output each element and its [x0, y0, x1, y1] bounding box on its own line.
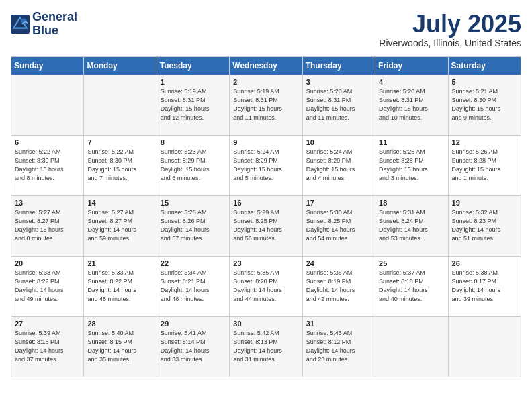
day-number: 26 [452, 259, 517, 267]
calendar-cell: 11Sunrise: 5:25 AM Sunset: 8:28 PM Dayli… [375, 135, 448, 195]
day-detail: Sunrise: 5:35 AM Sunset: 8:20 PM Dayligh… [233, 269, 298, 304]
calendar-cell: 1Sunrise: 5:19 AM Sunset: 8:31 PM Daylig… [157, 75, 229, 135]
day-detail: Sunrise: 5:33 AM Sunset: 8:22 PM Dayligh… [15, 269, 80, 304]
calendar-cell: 15Sunrise: 5:28 AM Sunset: 8:26 PM Dayli… [157, 195, 229, 256]
day-number: 4 [379, 78, 444, 86]
day-detail: Sunrise: 5:24 AM Sunset: 8:29 PM Dayligh… [233, 148, 298, 183]
day-number: 12 [452, 138, 517, 146]
day-number: 3 [306, 78, 371, 86]
calendar-cell: 9Sunrise: 5:24 AM Sunset: 8:29 PM Daylig… [230, 135, 302, 195]
day-detail: Sunrise: 5:20 AM Sunset: 8:31 PM Dayligh… [306, 87, 371, 122]
calendar-week-row: 13Sunrise: 5:27 AM Sunset: 8:27 PM Dayli… [11, 195, 521, 256]
day-detail: Sunrise: 5:42 AM Sunset: 8:13 PM Dayligh… [233, 329, 298, 364]
logo-icon [11, 15, 30, 34]
calendar-cell: 10Sunrise: 5:24 AM Sunset: 8:29 PM Dayli… [302, 135, 375, 195]
calendar-cell: 21Sunrise: 5:33 AM Sunset: 8:22 PM Dayli… [84, 256, 157, 316]
day-detail: Sunrise: 5:20 AM Sunset: 8:31 PM Dayligh… [379, 87, 444, 122]
day-detail: Sunrise: 5:28 AM Sunset: 8:26 PM Dayligh… [161, 208, 226, 243]
calendar-cell: 28Sunrise: 5:40 AM Sunset: 8:15 PM Dayli… [84, 316, 157, 377]
day-number: 24 [306, 259, 371, 267]
calendar-cell [11, 75, 84, 135]
calendar-cell: 18Sunrise: 5:31 AM Sunset: 8:24 PM Dayli… [375, 195, 448, 256]
day-number: 5 [452, 78, 517, 86]
calendar-table: SundayMondayTuesdayWednesdayThursdayFrid… [11, 56, 521, 377]
day-detail: Sunrise: 5:39 AM Sunset: 8:16 PM Dayligh… [15, 329, 80, 364]
day-detail: Sunrise: 5:23 AM Sunset: 8:29 PM Dayligh… [161, 148, 226, 183]
day-number: 2 [233, 78, 298, 86]
calendar-cell: 12Sunrise: 5:26 AM Sunset: 8:28 PM Dayli… [448, 135, 521, 195]
day-number: 19 [452, 199, 517, 207]
day-detail: Sunrise: 5:21 AM Sunset: 8:30 PM Dayligh… [452, 87, 517, 122]
calendar-week-row: 1Sunrise: 5:19 AM Sunset: 8:31 PM Daylig… [11, 75, 521, 135]
calendar-cell: 24Sunrise: 5:36 AM Sunset: 8:19 PM Dayli… [302, 256, 375, 316]
calendar-cell: 30Sunrise: 5:42 AM Sunset: 8:13 PM Dayli… [230, 316, 302, 377]
day-detail: Sunrise: 5:32 AM Sunset: 8:23 PM Dayligh… [452, 208, 517, 243]
calendar-cell: 17Sunrise: 5:30 AM Sunset: 8:25 PM Dayli… [302, 195, 375, 256]
calendar-cell: 3Sunrise: 5:20 AM Sunset: 8:31 PM Daylig… [302, 75, 375, 135]
day-number: 6 [15, 138, 80, 146]
day-detail: Sunrise: 5:27 AM Sunset: 8:27 PM Dayligh… [87, 208, 152, 243]
day-detail: Sunrise: 5:30 AM Sunset: 8:25 PM Dayligh… [306, 208, 371, 243]
day-detail: Sunrise: 5:26 AM Sunset: 8:28 PM Dayligh… [452, 148, 517, 183]
calendar-cell: 26Sunrise: 5:38 AM Sunset: 8:17 PM Dayli… [448, 256, 521, 316]
day-detail: Sunrise: 5:43 AM Sunset: 8:12 PM Dayligh… [306, 329, 371, 364]
calendar-cell: 4Sunrise: 5:20 AM Sunset: 8:31 PM Daylig… [375, 75, 448, 135]
location: Riverwoods, Illinois, United States [379, 38, 521, 48]
day-of-week-header: Tuesday [157, 56, 229, 75]
day-number: 22 [161, 259, 226, 267]
day-detail: Sunrise: 5:27 AM Sunset: 8:27 PM Dayligh… [15, 208, 80, 243]
calendar-week-row: 27Sunrise: 5:39 AM Sunset: 8:16 PM Dayli… [11, 316, 521, 377]
day-detail: Sunrise: 5:37 AM Sunset: 8:18 PM Dayligh… [379, 269, 444, 304]
day-detail: Sunrise: 5:19 AM Sunset: 8:31 PM Dayligh… [161, 87, 226, 122]
day-number: 10 [306, 138, 371, 146]
day-number: 14 [87, 199, 152, 207]
calendar-cell: 2Sunrise: 5:19 AM Sunset: 8:31 PM Daylig… [230, 75, 302, 135]
logo: General Blue [11, 11, 77, 38]
calendar-cell: 14Sunrise: 5:27 AM Sunset: 8:27 PM Dayli… [84, 195, 157, 256]
day-detail: Sunrise: 5:29 AM Sunset: 8:25 PM Dayligh… [233, 208, 298, 243]
day-number: 8 [161, 138, 226, 146]
logo-text: General Blue [32, 11, 77, 38]
day-number: 9 [233, 138, 298, 146]
day-number: 7 [87, 138, 152, 146]
day-number: 29 [161, 320, 226, 328]
calendar-cell: 31Sunrise: 5:43 AM Sunset: 8:12 PM Dayli… [302, 316, 375, 377]
day-detail: Sunrise: 5:22 AM Sunset: 8:30 PM Dayligh… [87, 148, 152, 183]
calendar-cell: 22Sunrise: 5:34 AM Sunset: 8:21 PM Dayli… [157, 256, 229, 316]
calendar-cell: 5Sunrise: 5:21 AM Sunset: 8:30 PM Daylig… [448, 75, 521, 135]
day-number: 25 [379, 259, 444, 267]
day-detail: Sunrise: 5:36 AM Sunset: 8:19 PM Dayligh… [306, 269, 371, 304]
calendar-cell: 13Sunrise: 5:27 AM Sunset: 8:27 PM Dayli… [11, 195, 84, 256]
calendar-cell: 16Sunrise: 5:29 AM Sunset: 8:25 PM Dayli… [230, 195, 302, 256]
calendar-header-row: SundayMondayTuesdayWednesdayThursdayFrid… [11, 56, 521, 75]
day-detail: Sunrise: 5:24 AM Sunset: 8:29 PM Dayligh… [306, 148, 371, 183]
day-number: 28 [87, 320, 152, 328]
day-detail: Sunrise: 5:40 AM Sunset: 8:15 PM Dayligh… [87, 329, 152, 364]
calendar-cell: 29Sunrise: 5:41 AM Sunset: 8:14 PM Dayli… [157, 316, 229, 377]
day-number: 31 [306, 320, 371, 328]
day-number: 15 [161, 199, 226, 207]
calendar-cell: 23Sunrise: 5:35 AM Sunset: 8:20 PM Dayli… [230, 256, 302, 316]
calendar-cell: 25Sunrise: 5:37 AM Sunset: 8:18 PM Dayli… [375, 256, 448, 316]
day-of-week-header: Wednesday [230, 56, 302, 75]
calendar-cell [448, 316, 521, 377]
calendar-cell [375, 316, 448, 377]
day-detail: Sunrise: 5:19 AM Sunset: 8:31 PM Dayligh… [233, 87, 298, 122]
day-number: 13 [15, 199, 80, 207]
day-detail: Sunrise: 5:31 AM Sunset: 8:24 PM Dayligh… [379, 208, 444, 243]
day-of-week-header: Thursday [302, 56, 375, 75]
day-number: 27 [15, 320, 80, 328]
calendar-cell: 7Sunrise: 5:22 AM Sunset: 8:30 PM Daylig… [84, 135, 157, 195]
day-number: 1 [161, 78, 226, 86]
day-detail: Sunrise: 5:25 AM Sunset: 8:28 PM Dayligh… [379, 148, 444, 183]
calendar-cell: 19Sunrise: 5:32 AM Sunset: 8:23 PM Dayli… [448, 195, 521, 256]
day-of-week-header: Monday [84, 56, 157, 75]
calendar-cell: 6Sunrise: 5:22 AM Sunset: 8:30 PM Daylig… [11, 135, 84, 195]
calendar-cell: 8Sunrise: 5:23 AM Sunset: 8:29 PM Daylig… [157, 135, 229, 195]
day-number: 21 [87, 259, 152, 267]
calendar-week-row: 20Sunrise: 5:33 AM Sunset: 8:22 PM Dayli… [11, 256, 521, 316]
day-of-week-header: Friday [375, 56, 448, 75]
day-detail: Sunrise: 5:22 AM Sunset: 8:30 PM Dayligh… [15, 148, 80, 183]
day-of-week-header: Saturday [448, 56, 521, 75]
day-number: 30 [233, 320, 298, 328]
